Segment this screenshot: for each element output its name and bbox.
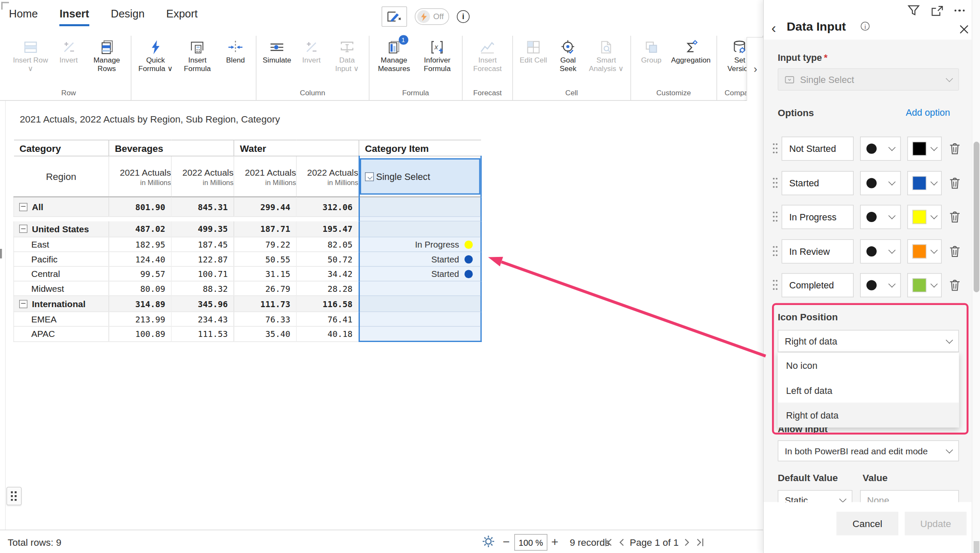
option-color-select[interactable] — [907, 171, 942, 195]
back-icon[interactable]: ‹ — [772, 23, 776, 33]
allow-input-select[interactable]: In both PowerBI read and edit mode — [778, 440, 959, 462]
ribbon-button-manage-measures[interactable]: 1 Manage Measures — [372, 38, 416, 73]
option-shape-select[interactable] — [860, 239, 901, 264]
table-row[interactable]: Central 99.57 100.71 31.15 34.42 Started — [14, 266, 481, 281]
table-row[interactable]: East 182.95 187.45 79.22 82.05 In Progre… — [14, 237, 481, 252]
settings-gear-icon[interactable] — [482, 536, 495, 550]
option-shape-select[interactable] — [860, 273, 901, 297]
column-group-category[interactable]: Category — [14, 140, 109, 156]
ribbon-button-edit-cell[interactable]: Edit Cell — [516, 38, 550, 65]
option-text-input[interactable]: Not Started — [782, 137, 854, 161]
drag-handle-icon[interactable] — [773, 177, 778, 191]
delete-option-icon[interactable] — [949, 143, 960, 157]
ribbon-button-simulate[interactable]: Simulate — [260, 38, 294, 65]
input-cell[interactable] — [359, 312, 481, 327]
option-shape-select[interactable] — [860, 205, 901, 229]
zoom-level-input[interactable]: 100 % — [514, 534, 547, 551]
single-select-column-header[interactable]: Single Select — [359, 156, 481, 197]
table-row[interactable]: International 314.89 345.96 111.73 116.5… — [14, 296, 481, 312]
option-color-select[interactable] — [907, 239, 942, 264]
dropdown-item-right-of-data[interactable]: Right of data — [778, 403, 959, 428]
panel-expand-notch[interactable]: › — [746, 37, 764, 102]
row-dimension-header[interactable]: Region — [14, 156, 109, 197]
input-cell[interactable] — [359, 221, 481, 237]
table-row[interactable]: All 801.90 845.31 299.44 312.06 — [14, 197, 481, 217]
table-row[interactable]: Midwest 80.09 88.32 26.79 28.28 — [14, 281, 481, 296]
close-icon[interactable] — [959, 24, 969, 34]
focus-mode-icon[interactable] — [931, 5, 943, 16]
input-cell[interactable] — [359, 296, 481, 312]
table-row[interactable]: Pacific 124.40 122.87 50.55 50.72 Starte… — [14, 252, 481, 267]
column-group-water[interactable]: Water — [234, 140, 359, 156]
ribbon-button-manage-rows[interactable]: Manage Rows — [86, 38, 128, 73]
ribbon-button-insert-formula[interactable]: Insert Formula — [177, 38, 218, 73]
dropdown-item-left-of-data[interactable]: Left of data — [778, 378, 959, 403]
input-cell[interactable] — [359, 281, 481, 296]
table-row[interactable]: APAC 100.89 111.53 35.40 40.18 — [14, 326, 481, 341]
ribbon-button-blend[interactable]: Blend — [218, 38, 253, 65]
zoom-in-button[interactable]: + — [551, 535, 558, 549]
resize-side-handle[interactable] — [0, 249, 2, 259]
option-color-select[interactable] — [907, 205, 942, 229]
ribbon-button-quick-formula[interactable]: Quick Formula ∨ — [135, 38, 177, 73]
drag-handle-icon[interactable] — [773, 279, 778, 293]
input-cell[interactable] — [359, 326, 481, 341]
dropdown-item-no-icon[interactable]: No icon — [778, 353, 959, 378]
ribbon-button-invert-column[interactable]: Invert — [294, 38, 329, 65]
zoom-out-button[interactable]: − — [503, 535, 510, 549]
measure-header[interactable]: 2022 Actualsin Millions — [171, 156, 234, 197]
table-row[interactable]: United States 487.02 499.35 187.71 195.4… — [14, 221, 481, 237]
option-text-input[interactable]: Completed — [782, 273, 854, 297]
delete-option-icon[interactable] — [949, 245, 960, 260]
option-color-select[interactable] — [907, 137, 942, 161]
input-cell[interactable]: In Progress — [359, 237, 481, 252]
ribbon-button-insert-forecast[interactable]: Insert Forecast — [466, 38, 509, 73]
live-toggle[interactable]: Off — [415, 9, 449, 25]
ribbon-button-goal-seek[interactable]: Goal Seek — [550, 38, 585, 73]
icon-position-select[interactable]: Right of data — [778, 330, 959, 353]
measure-header[interactable]: 2021 Actualsin Millions — [109, 156, 171, 197]
option-text-input[interactable]: In Review — [782, 239, 854, 264]
info-icon[interactable]: i — [457, 10, 470, 23]
next-page-icon[interactable] — [684, 538, 689, 546]
option-color-select[interactable] — [907, 273, 942, 297]
first-page-icon[interactable] — [605, 538, 613, 546]
edit-mode-button[interactable] — [382, 6, 407, 27]
input-cell[interactable] — [359, 197, 481, 217]
panel-scrollbar[interactable] — [972, 0, 980, 553]
option-text-input[interactable]: In Progress — [782, 205, 854, 229]
ribbon-button-aggregation[interactable]: Aggregation — [669, 38, 713, 65]
delete-option-icon[interactable] — [949, 279, 960, 294]
collapse-icon[interactable] — [19, 299, 28, 308]
panel-info-icon[interactable]: i — [861, 22, 870, 31]
delete-option-icon[interactable] — [949, 177, 960, 192]
input-cell[interactable]: Started — [359, 266, 481, 281]
add-option-link[interactable]: Add option — [906, 107, 950, 117]
drag-handle-icon[interactable] — [773, 246, 778, 259]
filter-icon[interactable] — [907, 5, 920, 17]
measure-header[interactable]: 2021 Actualsin Millions — [234, 156, 296, 197]
ribbon-button-inforiver-formula[interactable]: x Inforiver Formula — [416, 38, 459, 73]
tab-insert[interactable]: Insert — [60, 8, 89, 26]
option-shape-select[interactable] — [860, 137, 901, 161]
tab-home[interactable]: Home — [9, 8, 38, 26]
collapse-icon[interactable] — [19, 225, 28, 233]
measure-header[interactable]: 2022 Actualsin Millions — [296, 156, 359, 197]
drag-handle-icon[interactable] — [773, 211, 778, 225]
ribbon-button-insert-row[interactable]: Insert Row ∨ — [10, 38, 51, 73]
delete-option-icon[interactable] — [949, 211, 960, 225]
prev-page-icon[interactable] — [619, 538, 624, 546]
ribbon-button-group[interactable]: Group — [634, 38, 669, 65]
column-group-category-item[interactable]: Category Item — [359, 140, 481, 156]
ribbon-button-data-input[interactable]: Data Input ∨ — [329, 38, 365, 73]
scrollbar-thumb[interactable] — [974, 142, 980, 292]
collapse-icon[interactable] — [19, 202, 28, 211]
table-row[interactable]: EMEA 213.99 234.43 76.33 76.41 — [14, 312, 481, 327]
tab-export[interactable]: Export — [166, 8, 198, 26]
tab-design[interactable]: Design — [111, 8, 144, 26]
last-page-icon[interactable] — [695, 538, 704, 546]
update-button[interactable]: Update — [905, 512, 967, 536]
drag-handle-icon[interactable] — [773, 143, 778, 157]
input-type-select[interactable]: Single Select — [778, 68, 959, 91]
column-group-beverages[interactable]: Beverages — [109, 140, 234, 156]
